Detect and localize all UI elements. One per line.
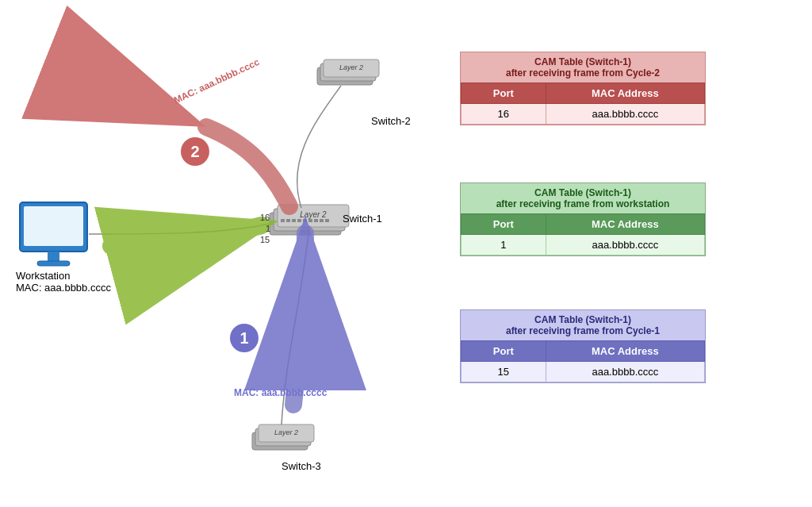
svg-rect-9 xyxy=(308,219,312,222)
cam-cycle2-title-line1: CAM Table (Switch-1) xyxy=(534,56,631,67)
svg-text:Layer 2: Layer 2 xyxy=(339,63,363,71)
cam-cycle1-title-line2: after receiving frame from Cycle-1 xyxy=(506,325,660,336)
svg-text:Layer 2: Layer 2 xyxy=(274,428,298,436)
cam-workstation-title: CAM Table (Switch-1) after receiving fra… xyxy=(461,183,705,213)
cam-table-cycle1: CAM Table (Switch-1) after receiving fra… xyxy=(460,309,706,383)
svg-rect-12 xyxy=(325,219,329,222)
cam-cycle1-table: Port MAC Address 15aaa.bbbb.cccc xyxy=(461,340,705,382)
svg-rect-6 xyxy=(292,219,296,222)
cam-cycle2-table: Port MAC Address 16aaa.bbbb.cccc xyxy=(461,83,705,125)
cam-cycle2-col-mac: MAC Address xyxy=(546,83,704,104)
cam-cycle1-col-port: Port xyxy=(462,341,546,362)
table-row: 16aaa.bbbb.cccc xyxy=(462,104,705,125)
svg-rect-22 xyxy=(24,206,83,246)
svg-rect-8 xyxy=(303,219,307,222)
cam-cycle2-title-line2: after receiving frame from Cycle-2 xyxy=(506,67,660,79)
cam-table-cycle2: CAM Table (Switch-1) after receiving fra… xyxy=(460,52,706,125)
cycle-2-badge: 2 xyxy=(181,137,209,166)
table-cell-port: 15 xyxy=(462,362,546,382)
svg-rect-7 xyxy=(297,219,301,222)
workstation-mac-text: MAC: aaa.bbbb.cccc xyxy=(16,282,111,294)
port-label-16: 16 xyxy=(260,213,270,222)
cam-cycle2-title: CAM Table (Switch-1) after receiving fra… xyxy=(461,52,705,83)
table-row: 1aaa.bbbb.cccc xyxy=(462,235,705,255)
svg-rect-10 xyxy=(314,219,318,222)
cam-workstation-title-line2: after receiving frame from workstation xyxy=(496,198,670,209)
table-row: 15aaa.bbbb.cccc xyxy=(462,362,705,382)
cam-workstation-table: Port MAC Address 1aaa.bbbb.cccc xyxy=(461,213,705,255)
cam-workstation-title-line1: CAM Table (Switch-1) xyxy=(534,187,631,198)
cam-workstation-col-port: Port xyxy=(462,214,546,235)
table-cell-mac: aaa.bbbb.cccc xyxy=(546,235,704,255)
cam-cycle1-title: CAM Table (Switch-1) after receiving fra… xyxy=(461,310,705,340)
workstation-name-text: Workstation xyxy=(16,270,70,282)
svg-rect-11 xyxy=(320,219,324,222)
main-canvas: Layer 2 Layer 2 Layer 2 xyxy=(0,0,812,507)
workstation-label: Workstation MAC: aaa.bbbb.cccc xyxy=(16,270,111,294)
table-cell-mac: aaa.bbbb.cccc xyxy=(546,104,704,125)
cam-cycle2-col-port: Port xyxy=(462,83,546,104)
cam-workstation-col-mac: MAC Address xyxy=(546,214,704,235)
cam-cycle1-col-mac: MAC Address xyxy=(546,341,704,362)
table-cell-mac: aaa.bbbb.cccc xyxy=(546,362,704,382)
cam-cycle1-title-line1: CAM Table (Switch-1) xyxy=(534,314,631,325)
cycle-1-badge: 1 xyxy=(230,324,259,352)
svg-text:Layer 2: Layer 2 xyxy=(300,210,327,219)
switch3-label: Switch-3 xyxy=(282,460,321,472)
switch1-label: Switch-1 xyxy=(343,213,382,225)
svg-rect-24 xyxy=(37,261,70,266)
switch2-label: Switch-2 xyxy=(371,115,411,127)
port-label-1: 1 xyxy=(266,224,270,233)
svg-rect-4 xyxy=(281,219,285,222)
mac-bottom-label: MAC: aaa.bbbb.cccc xyxy=(234,387,327,398)
table-cell-port: 16 xyxy=(462,104,546,125)
port-label-15: 15 xyxy=(260,235,270,244)
cam-table-workstation: CAM Table (Switch-1) after receiving fra… xyxy=(460,182,706,256)
table-cell-port: 1 xyxy=(462,235,546,255)
svg-rect-5 xyxy=(286,219,290,222)
